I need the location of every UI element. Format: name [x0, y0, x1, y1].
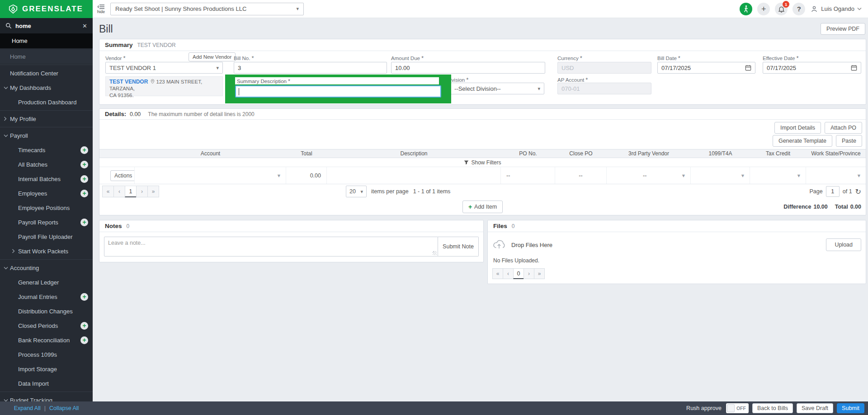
import-details-button[interactable]: Import Details	[774, 122, 821, 134]
page-number-input[interactable]: 1	[826, 186, 840, 197]
sidebar-item-payroll-file-uploader[interactable]: Payroll File Uploader	[0, 229, 93, 244]
bill-no-input[interactable]: 3	[234, 62, 387, 74]
hide-sidebar-button[interactable]: hide	[97, 4, 105, 14]
submit-note-button[interactable]: Submit Note	[438, 237, 479, 256]
attach-po-button[interactable]: Attach PO	[825, 122, 862, 134]
dropdown-caret-icon: ▾	[797, 172, 806, 179]
upload-button[interactable]: Upload	[826, 238, 861, 251]
file-drop-zone[interactable]: Drop Files Here Upload	[492, 236, 861, 254]
amount-due-input[interactable]: 10.00	[391, 62, 545, 74]
row-po-no-cell[interactable]: --	[501, 167, 555, 184]
first-page-button[interactable]: «	[102, 186, 114, 197]
last-page-button[interactable]: »	[147, 186, 159, 197]
per-page-select[interactable]: 20▾	[346, 186, 367, 197]
sidebar-item-employees[interactable]: Employees+	[0, 186, 93, 201]
sidebar-item-start-work-packets[interactable]: Start Work Packets	[0, 244, 93, 258]
sidebar-item-my-profile[interactable]: My Profile	[0, 112, 93, 126]
add-icon[interactable]: +	[80, 293, 88, 301]
paste-button[interactable]: Paste	[836, 135, 862, 147]
sidebar-item-journal-entries[interactable]: Journal Entries+	[0, 289, 93, 304]
add-icon[interactable]: +	[80, 146, 88, 154]
next-page-button[interactable]: ›	[524, 268, 534, 279]
search-input[interactable]: home	[15, 23, 79, 29]
division-select[interactable]: --Select Division-- ▾	[447, 83, 544, 94]
help-button[interactable]: ?	[793, 3, 805, 15]
sidebar-item-data-import[interactable]: Data Import	[0, 376, 93, 391]
next-page-button[interactable]: ›	[136, 186, 148, 197]
row-tax-credit-select[interactable]: ▾	[750, 167, 806, 184]
back-to-bills-button[interactable]: Back to Bills	[752, 403, 793, 413]
vendor-name-link[interactable]: TEST VENDOR	[109, 79, 148, 85]
sidebar-item-process-1099s[interactable]: Process 1099s	[0, 347, 93, 362]
calendar-icon[interactable]	[851, 65, 857, 71]
add-icon[interactable]: +	[80, 219, 88, 226]
row-total-cell[interactable]: 0.00	[286, 167, 327, 184]
sidebar-item-payroll[interactable]: Payroll	[0, 128, 93, 143]
sidebar-nav: HomeNotification CenterMy DashboardsProd…	[0, 48, 93, 401]
add-new-vendor-button[interactable]: Add New Vendor	[189, 52, 236, 61]
vendor-select[interactable]: TEST VENDOR 1 ▾	[105, 62, 223, 74]
notifications-button[interactable]: 1	[775, 3, 788, 15]
save-draft-button[interactable]: Save Draft	[797, 403, 833, 413]
refresh-icon[interactable]: ↻	[855, 187, 861, 196]
add-icon[interactable]: +	[80, 175, 88, 183]
sidebar-item-employee-positions[interactable]: Employee Positions	[0, 201, 93, 215]
sidebar-item-bank-reconciliation[interactable]: Bank Reconciliation+	[0, 333, 93, 347]
preview-pdf-button[interactable]: Preview PDF	[821, 23, 865, 35]
show-filters-toggle[interactable]: Show Filters	[99, 158, 866, 167]
submit-button[interactable]: Submit	[837, 403, 864, 413]
first-page-button[interactable]: «	[492, 268, 503, 279]
resize-handle[interactable]	[433, 251, 437, 255]
dropdown-caret-icon: ▾	[682, 172, 690, 179]
row-close-po-cell[interactable]: --	[555, 167, 607, 184]
sidebar-item-internal-batches[interactable]: Internal Batches+	[0, 172, 93, 186]
generate-template-button[interactable]: Generate Template	[773, 135, 832, 147]
greenslate-logo[interactable]: GREENSLATE	[0, 0, 93, 18]
page-label: Page	[810, 188, 823, 195]
sidebar-item-general-ledger[interactable]: General Ledger	[0, 275, 93, 289]
current-page-button[interactable]: 0	[513, 268, 524, 279]
add-icon[interactable]: +	[80, 161, 88, 168]
current-page-button[interactable]: 1	[125, 186, 137, 197]
bill-date-input[interactable]: 07/17/2025	[657, 62, 755, 74]
add-icon[interactable]: +	[80, 190, 88, 197]
summary-description-input[interactable]	[235, 85, 441, 98]
sidebar-search[interactable]: home ✕	[0, 18, 93, 33]
add-item-button[interactable]: +Add Item	[462, 201, 503, 213]
expand-all-link[interactable]: Expand All	[14, 405, 41, 411]
walking-person-button[interactable]	[740, 3, 752, 15]
effective-date-input[interactable]: 07/17/2025	[763, 62, 861, 74]
row-3rd-party-vendor-select[interactable]: --▾	[607, 167, 691, 184]
row-actions-button[interactable]: Actions▾	[110, 170, 135, 181]
sidebar-item-import-storage[interactable]: Import Storage	[0, 362, 93, 376]
sidebar-item-my-dashboards[interactable]: My Dashboards	[0, 80, 93, 95]
sidebar-item-budget-tracking[interactable]: Budget Tracking	[0, 393, 93, 401]
sidebar-item-distribution-changes[interactable]: Distribution Changes	[0, 304, 93, 318]
note-input[interactable]: Leave a note...	[104, 237, 438, 256]
user-menu[interactable]: Luis Ogando	[810, 5, 862, 13]
add-icon[interactable]: +	[80, 322, 88, 330]
row-1099-t4a-select[interactable]: ▾	[691, 167, 750, 184]
add-button[interactable]: +	[757, 3, 770, 15]
sidebar-item-payroll-reports[interactable]: Payroll Reports+	[0, 215, 93, 229]
sidebar-item-closed-periods[interactable]: Closed Periods+	[0, 318, 93, 333]
prev-page-button[interactable]: ‹	[503, 268, 514, 279]
row-account-select[interactable]: ▾	[135, 167, 286, 184]
add-icon[interactable]: +	[80, 336, 88, 344]
collapse-all-link[interactable]: Collapse All	[49, 405, 79, 411]
calendar-icon[interactable]	[745, 65, 751, 71]
search-result-home[interactable]: Home	[0, 33, 93, 48]
sidebar-item-home[interactable]: Home	[0, 49, 93, 64]
sidebar-item-notification-center[interactable]: Notification Center	[0, 66, 93, 80]
rush-approve-toggle[interactable]: OFF	[726, 403, 749, 413]
sidebar-item-production-dashboard[interactable]: Production Dashboard	[0, 95, 93, 109]
row-description-cell[interactable]	[327, 167, 501, 184]
clear-search-icon[interactable]: ✕	[82, 23, 87, 29]
sidebar-item-accounting[interactable]: Accounting	[0, 261, 93, 275]
prev-page-button[interactable]: ‹	[113, 186, 125, 197]
project-selector[interactable]: Ready Set Shoot | Sunny Shores Productio…	[110, 3, 304, 15]
sidebar-item-timecards[interactable]: Timecards+	[0, 143, 93, 157]
sidebar-item-all-batches[interactable]: All Batches+	[0, 157, 93, 172]
last-page-button[interactable]: »	[534, 268, 545, 279]
row-work-state-select[interactable]: ▾	[806, 167, 866, 184]
